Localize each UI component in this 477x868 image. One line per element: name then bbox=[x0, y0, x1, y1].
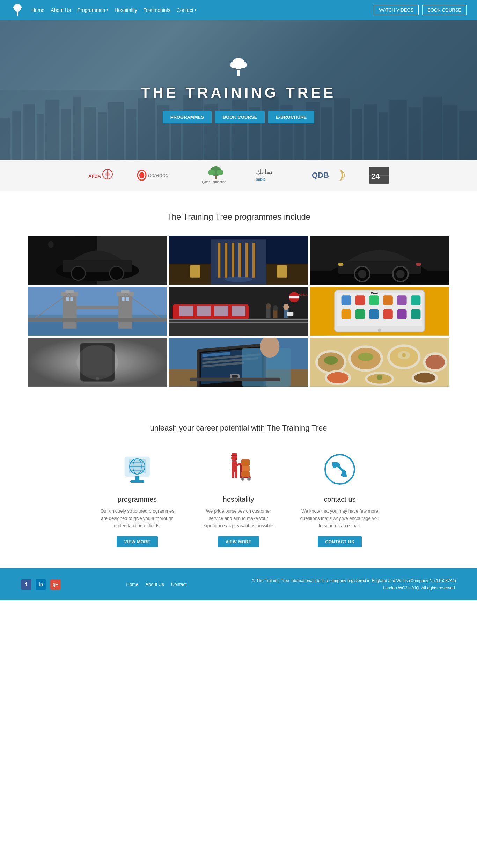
svg-rect-113 bbox=[169, 318, 308, 336]
svg-point-182 bbox=[402, 353, 406, 357]
svg-rect-133 bbox=[337, 293, 422, 326]
contact-icon bbox=[321, 450, 359, 488]
footer-social: f in g+ bbox=[21, 579, 61, 590]
navbar-actions: WATCH VIDEOS BOOK COURSE bbox=[374, 5, 467, 15]
svg-rect-102 bbox=[28, 318, 167, 322]
svg-rect-109 bbox=[70, 297, 73, 301]
logo bbox=[10, 3, 24, 17]
contact-us-button[interactable]: CONTACT US bbox=[318, 536, 362, 547]
watch-videos-button[interactable]: WATCH VIDEOS bbox=[374, 5, 419, 15]
svg-rect-118 bbox=[232, 306, 245, 316]
svg-rect-151 bbox=[83, 346, 112, 376]
svg-point-174 bbox=[351, 348, 381, 369]
svg-rect-142 bbox=[369, 309, 379, 319]
googleplus-icon[interactable]: g+ bbox=[50, 579, 61, 590]
linkedin-icon[interactable]: in bbox=[36, 579, 46, 590]
nav-about[interactable]: About Us bbox=[51, 7, 71, 13]
svg-rect-68 bbox=[49, 246, 53, 271]
svg-rect-161 bbox=[203, 353, 261, 361]
svg-rect-34 bbox=[389, 100, 407, 160]
svg-rect-98 bbox=[65, 290, 74, 293]
svg-rect-123 bbox=[273, 309, 278, 318]
svg-rect-30 bbox=[334, 98, 350, 160]
nav-home[interactable]: Home bbox=[31, 7, 44, 13]
svg-rect-7 bbox=[12, 111, 21, 160]
nav-programmes[interactable]: Programmes bbox=[77, 7, 108, 13]
nav-contact[interactable]: Contact bbox=[177, 7, 197, 13]
svg-line-104 bbox=[69, 293, 76, 318]
hospitality-view-more-button[interactable]: VIEW MORE bbox=[218, 536, 259, 547]
svg-rect-117 bbox=[214, 306, 228, 316]
hero-programmes-button[interactable]: PROGRAMMES bbox=[163, 111, 212, 123]
facebook-icon[interactable]: f bbox=[21, 579, 31, 590]
book-course-button-nav[interactable]: BOOK COURSE bbox=[422, 5, 467, 15]
svg-point-91 bbox=[338, 263, 344, 266]
svg-point-67 bbox=[110, 266, 124, 280]
svg-text:QDB: QDB bbox=[312, 171, 329, 179]
svg-rect-107 bbox=[76, 306, 118, 309]
nav-testimonials[interactable]: Testimonials bbox=[144, 7, 170, 13]
hero-tree-icon bbox=[141, 57, 336, 82]
svg-rect-129 bbox=[289, 296, 299, 298]
svg-rect-82 bbox=[277, 265, 287, 278]
career-card-programmes: programmes Our uniquely structured progr… bbox=[97, 450, 177, 547]
footer: f in g+ Home About Us Contact © The Trai… bbox=[0, 568, 477, 600]
svg-rect-114 bbox=[173, 304, 249, 320]
svg-rect-86 bbox=[338, 261, 421, 274]
footer-link-home[interactable]: Home bbox=[126, 582, 139, 587]
svg-rect-119 bbox=[169, 319, 308, 320]
hero-book-course-button[interactable]: BOOK COURSE bbox=[215, 111, 265, 123]
svg-point-179 bbox=[324, 356, 338, 365]
svg-point-146 bbox=[378, 329, 381, 332]
svg-rect-201 bbox=[232, 453, 237, 455]
programmes-grid-row3 bbox=[28, 338, 449, 387]
svg-rect-97 bbox=[61, 292, 79, 296]
career-card-contact: contact us We know that you may have few… bbox=[300, 450, 380, 547]
hero-ebrochure-button[interactable]: E-BROCHURE bbox=[268, 111, 314, 123]
programmes-section: The Training Tree programmes include bbox=[0, 191, 477, 403]
nav-links: Home About Us Programmes Hospitality Tes… bbox=[31, 7, 374, 13]
client-qatar-foundation: Qatar Foundation bbox=[198, 167, 233, 184]
svg-rect-198 bbox=[130, 480, 144, 483]
svg-rect-210 bbox=[241, 471, 250, 477]
svg-rect-141 bbox=[355, 309, 365, 319]
svg-point-51 bbox=[208, 170, 215, 175]
svg-rect-81 bbox=[190, 265, 200, 278]
svg-point-173 bbox=[348, 345, 383, 372]
programmes-icon bbox=[118, 450, 156, 488]
svg-rect-76 bbox=[232, 243, 234, 278]
client-afda: AFDA bbox=[87, 167, 115, 184]
contact-card-desc: We know that you may have few more quest… bbox=[300, 508, 380, 529]
footer-copyright: © The Training Tree International Ltd is… bbox=[252, 577, 456, 591]
client-sabic: سابك sabic bbox=[254, 167, 289, 184]
programmes-view-more-button[interactable]: VIEW MORE bbox=[117, 536, 158, 547]
svg-point-175 bbox=[387, 344, 421, 369]
footer-link-about[interactable]: About Us bbox=[145, 582, 164, 587]
svg-point-66 bbox=[71, 266, 85, 280]
hospitality-icon bbox=[219, 450, 258, 488]
svg-rect-170 bbox=[310, 338, 449, 386]
svg-rect-62 bbox=[28, 236, 97, 284]
grid-image-car1 bbox=[28, 236, 167, 285]
svg-point-85 bbox=[331, 263, 428, 282]
svg-point-180 bbox=[358, 353, 373, 361]
career-cards: programmes Our uniquely structured progr… bbox=[28, 450, 449, 547]
svg-point-186 bbox=[367, 374, 392, 384]
svg-text:9:12: 9:12 bbox=[371, 290, 378, 294]
svg-rect-159 bbox=[201, 348, 262, 384]
footer-link-contact[interactable]: Contact bbox=[171, 582, 187, 587]
svg-point-3 bbox=[17, 6, 22, 9]
grid-image-building bbox=[169, 236, 308, 285]
career-card-hospitality: hospitality We pride ourselves on custom… bbox=[198, 450, 279, 547]
svg-rect-38 bbox=[459, 111, 477, 160]
svg-point-152 bbox=[96, 377, 99, 381]
svg-rect-162 bbox=[203, 357, 258, 364]
nav-hospitality[interactable]: Hospitality bbox=[115, 7, 137, 13]
svg-rect-6 bbox=[0, 118, 10, 160]
programmes-grid-row2: UNDERGROUND bbox=[28, 287, 449, 336]
client-ooredoo: ooredoo bbox=[135, 167, 177, 184]
svg-rect-78 bbox=[245, 243, 248, 278]
svg-rect-95 bbox=[28, 322, 167, 336]
svg-text:ooredoo: ooredoo bbox=[148, 172, 169, 178]
svg-rect-136 bbox=[369, 295, 379, 305]
